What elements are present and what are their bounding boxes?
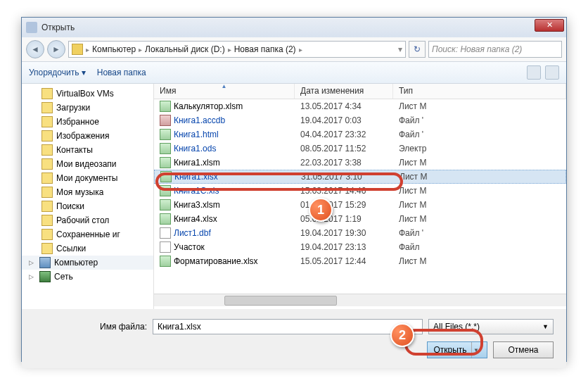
file-date: 15.05.2017 12:44 [295, 256, 393, 266]
file-row[interactable]: Книга1.xlsm22.03.2017 3:38Лист M [154, 156, 566, 170]
file-row[interactable]: Книга1.accdb19.04.2017 0:03Файл ' [154, 113, 566, 127]
forward-button[interactable]: ► [47, 40, 65, 58]
horizontal-scrollbar[interactable] [154, 294, 566, 306]
file-icon [160, 171, 172, 182]
tree-label: VirtualBox VMs [56, 89, 114, 99]
file-row[interactable]: Калькулятор.xlsm13.05.2017 4:34Лист M [154, 99, 566, 113]
sort-asc-icon: ▲ [222, 83, 227, 89]
tree-item[interactable]: ▷Компьютер [22, 256, 153, 270]
tree-label: Изображения [56, 131, 109, 141]
tree-label: Ссылки [56, 244, 86, 253]
file-type: Лист M [394, 172, 565, 182]
file-icon [160, 185, 171, 196]
search-input[interactable]: Поиск: Новая папка (2) [428, 41, 562, 58]
tree-item[interactable]: Ссылки [22, 241, 153, 256]
chevron-down-icon: ▼ [542, 323, 549, 330]
file-row[interactable]: Лист1.dbf19.04.2017 19:30Файл ' [154, 226, 566, 240]
file-icon [160, 227, 171, 239]
tree-label: Загрузки [56, 103, 90, 113]
file-type: Файл ' [393, 228, 566, 238]
annotation-callout-2: 2 [390, 323, 414, 347]
filetype-select[interactable]: All Files (*.*) ▼ [428, 319, 554, 334]
nav-bar: ◄ ► ▸ Компьютер ▸ Локальный диск (D:) ▸ … [22, 37, 566, 61]
main-area: VirtualBox VMsЗагрузкиИзбранноеИзображен… [22, 84, 566, 309]
app-icon [26, 22, 37, 33]
file-row[interactable]: Книга1.xlsx31.05.2017 3:10Лист M [154, 170, 566, 184]
tree-label: Мои документы [56, 173, 117, 183]
window-title: Открыть [41, 23, 75, 32]
folder-icon [41, 187, 53, 198]
tree-item[interactable]: Моя музыка [22, 185, 153, 199]
file-name: Книга4.xlsx [174, 214, 217, 224]
view-options-icon[interactable] [527, 65, 541, 80]
tree-item[interactable]: Мои видеозапи [22, 157, 153, 171]
comp-icon [39, 257, 51, 268]
file-icon [160, 199, 171, 211]
new-folder-button[interactable]: Новая папка [97, 68, 146, 77]
column-name[interactable]: Имя▲ [154, 84, 295, 99]
close-button[interactable]: ✕ [535, 19, 564, 32]
file-list-body[interactable]: Калькулятор.xlsm13.05.2017 4:34Лист MКни… [154, 99, 566, 294]
toolbar: Упорядочить ▾ Новая папка [22, 61, 566, 84]
tree-item[interactable]: Загрузки [22, 101, 153, 115]
tree-label: Сохраненные иг [56, 230, 120, 239]
file-row[interactable]: Книга4.xlsx05.02.2017 1:19Лист M [154, 212, 566, 226]
annotation-callout-1: 1 [309, 198, 333, 222]
file-name: Калькулятор.xlsm [174, 101, 243, 111]
refresh-button[interactable]: ↻ [409, 41, 426, 58]
file-icon [160, 213, 171, 225]
folder-icon [41, 172, 53, 184]
breadcrumb-item[interactable]: Компьютер [92, 44, 136, 54]
folder-icon [41, 243, 53, 254]
file-date: 05.02.2017 1:19 [295, 214, 393, 224]
help-icon[interactable] [545, 65, 559, 80]
breadcrumb-item[interactable]: Новая папка (2) [234, 44, 296, 54]
tree-item[interactable]: Поиски [22, 199, 153, 213]
file-name: Форматирование.xlsx [174, 256, 258, 266]
tree-label: Рабочий стол [56, 215, 109, 225]
file-row[interactable]: Книга1.html04.04.2017 23:32Файл ' [154, 127, 566, 142]
scroll-thumb[interactable] [224, 296, 337, 306]
tree-label: Мои видеозапи [56, 159, 117, 169]
chevron-right-icon: ▸ [228, 46, 231, 54]
tree-item[interactable]: Рабочий стол [22, 213, 153, 227]
file-type: Лист M [393, 256, 566, 266]
file-row[interactable]: Книга1С.xls15.03.2017 14:46Лист M [154, 184, 566, 198]
organize-menu[interactable]: Упорядочить ▾ [29, 68, 86, 77]
file-row[interactable]: Книга3.xlsm01.05.2017 15:29Лист M [154, 198, 566, 212]
column-headers: Имя▲ Дата изменения Тип [154, 84, 566, 99]
chevron-right-icon: ▸ [86, 46, 89, 54]
chevron-right-icon: ▸ [139, 46, 142, 54]
folder-icon [41, 130, 53, 142]
filetype-value: All Files (*.*) [433, 322, 480, 332]
open-dropdown-icon[interactable]: ▼ [471, 342, 481, 358]
tree-item[interactable]: Мои документы [22, 171, 153, 185]
tree-item[interactable]: Избранное [22, 115, 153, 129]
file-date: 19.04.2017 23:13 [295, 242, 393, 252]
file-name: Книга1С.xls [174, 186, 219, 196]
tree-item[interactable]: VirtualBox VMs [22, 87, 153, 101]
file-row[interactable]: Форматирование.xlsx15.05.2017 12:44Лист … [154, 254, 566, 268]
tree-item[interactable]: ▷Сеть [22, 270, 153, 284]
column-date[interactable]: Дата изменения [295, 84, 393, 99]
tree-item[interactable]: Изображения [22, 129, 153, 143]
back-button[interactable]: ◄ [26, 40, 44, 58]
tree-item[interactable]: Контакты [22, 143, 153, 157]
tree-item[interactable]: Сохраненные иг [22, 227, 153, 241]
chevron-down-icon[interactable]: ▾ [398, 44, 402, 54]
file-type: Лист M [393, 101, 566, 111]
nav-tree[interactable]: VirtualBox VMsЗагрузкиИзбранноеИзображен… [22, 84, 154, 309]
tree-label: Сеть [54, 272, 73, 282]
file-row[interactable]: Книга1.ods08.05.2017 11:52Электр [154, 142, 566, 156]
cancel-button[interactable]: Отмена [493, 341, 554, 358]
file-name: Книга1.ods [174, 144, 216, 153]
file-row[interactable]: Участок19.04.2017 23:13Файл [154, 240, 566, 254]
filename-input[interactable] [153, 319, 423, 334]
open-button[interactable]: Открыть ▼ [427, 341, 487, 358]
file-name: Книга1.accdb [174, 115, 225, 125]
breadcrumb-item[interactable]: Локальный диск (D:) [145, 44, 225, 54]
file-icon [160, 157, 171, 168]
address-bar[interactable]: ▸ Компьютер ▸ Локальный диск (D:) ▸ Нова… [68, 41, 406, 58]
column-type[interactable]: Тип [393, 84, 566, 99]
file-name: Книга1.html [174, 130, 219, 139]
